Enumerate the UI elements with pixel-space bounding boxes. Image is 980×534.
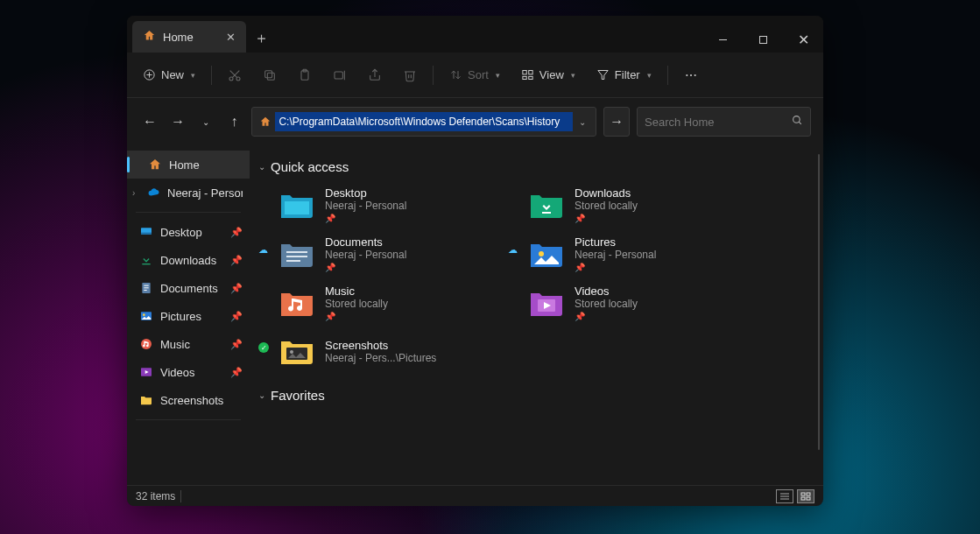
sidebar-item-onedrive[interactable]: › Neeraj - Persona: [127, 179, 250, 207]
filter-button[interactable]: Filter▾: [588, 60, 660, 90]
address-history-dropdown[interactable]: ⌄: [573, 117, 592, 127]
svg-rect-34: [144, 285, 148, 286]
svg-rect-56: [807, 493, 810, 495]
svg-rect-43: [542, 212, 551, 214]
chevron-down-icon: ⌄: [258, 390, 265, 400]
quick-access-grid: DesktopNeeraj - Personal📌 DownloadsStore…: [274, 183, 816, 325]
sidebar-item-documents[interactable]: Documents 📌: [127, 274, 250, 302]
sidebar-item-screenshots[interactable]: Screenshots: [127, 386, 250, 414]
tab-home[interactable]: Home ✕: [132, 21, 246, 53]
back-button[interactable]: ←: [139, 109, 160, 134]
copy-button[interactable]: [254, 60, 286, 90]
status-bar: 32 items: [127, 485, 823, 506]
rename-button[interactable]: [324, 60, 356, 90]
documents-folder-icon: [278, 236, 316, 271]
svg-rect-10: [265, 70, 272, 77]
tile-downloads[interactable]: DownloadsStored locally📌: [524, 183, 756, 227]
sidebar-item-pictures[interactable]: Pictures 📌: [127, 302, 250, 330]
recent-dropdown[interactable]: ⌄: [195, 109, 216, 134]
synced-status-icon: ✓: [258, 342, 269, 353]
cloud-status-icon: ☁: [258, 244, 268, 256]
svg-point-39: [141, 339, 152, 349]
new-tab-button[interactable]: ＋: [246, 23, 276, 53]
sidebar-item-music[interactable]: Music 📌: [127, 330, 250, 358]
search-box[interactable]: [637, 107, 811, 137]
close-tab-icon[interactable]: ✕: [226, 31, 236, 44]
svg-point-26: [690, 74, 692, 75]
tile-videos[interactable]: VideosStored locally📌: [524, 281, 756, 325]
tiles-view-button[interactable]: [797, 489, 814, 503]
tile-desktop[interactable]: DesktopNeeraj - Personal📌: [274, 183, 506, 227]
sidebar-item-home[interactable]: Home: [127, 151, 250, 179]
file-explorer-window: Home ✕ ＋ ✕ New▾ Sort▾ View▾: [127, 16, 823, 506]
content-pane: ⌄ Quick access DesktopNeeraj - Personal📌…: [250, 145, 823, 485]
svg-rect-21: [529, 71, 532, 74]
svg-rect-32: [142, 263, 150, 264]
downloads-folder-icon: [527, 187, 566, 222]
tile-pictures[interactable]: ☁ PicturesNeeraj - Personal📌: [524, 232, 756, 276]
tile-screenshots[interactable]: ✓ ScreenshotsNeeraj - Pers...\Pictures: [274, 330, 506, 372]
body: Home › Neeraj - Persona Desktop 📌 Downlo…: [127, 145, 823, 485]
svg-rect-22: [523, 76, 526, 79]
delete-button[interactable]: [394, 60, 426, 90]
svg-rect-9: [267, 73, 274, 80]
pin-icon: 📌: [230, 283, 243, 294]
view-button[interactable]: View▾: [512, 60, 584, 90]
toolbar: New▾ Sort▾ View▾ Filter▾: [127, 53, 823, 98]
section-quick-access[interactable]: ⌄ Quick access: [258, 159, 816, 174]
go-button[interactable]: →: [603, 107, 630, 137]
section-favorites[interactable]: ⌄ Favorites: [258, 388, 816, 403]
tile-documents[interactable]: ☁ DocumentsNeeraj - Personal📌: [274, 232, 506, 276]
svg-rect-46: [286, 260, 300, 262]
minimize-button[interactable]: [702, 26, 743, 53]
svg-rect-55: [801, 493, 805, 495]
search-input[interactable]: [645, 116, 792, 129]
svg-rect-1: [759, 36, 766, 43]
scrollbar[interactable]: [818, 154, 820, 450]
pin-icon: 📌: [575, 263, 656, 272]
chevron-down-icon: ▾: [496, 71, 500, 80]
tab-title: Home: [163, 31, 194, 44]
maximize-button[interactable]: [743, 26, 783, 53]
sidebar-item-videos[interactable]: Videos 📌: [127, 358, 250, 386]
tabs-bar: Home ✕ ＋ ✕: [127, 16, 823, 53]
svg-rect-35: [144, 287, 148, 288]
pin-icon: 📌: [230, 367, 243, 378]
pin-icon: 📌: [325, 214, 406, 223]
svg-point-38: [143, 313, 145, 316]
close-window-button[interactable]: ✕: [783, 26, 823, 53]
pin-icon: 📌: [575, 312, 638, 321]
item-count: 32 items: [136, 490, 175, 502]
new-button[interactable]: New▾: [134, 60, 204, 90]
video-icon: [139, 365, 153, 379]
videos-folder-icon: [527, 285, 566, 320]
cut-button[interactable]: [219, 60, 250, 90]
sidebar-item-downloads[interactable]: Downloads 📌: [127, 246, 250, 274]
window-controls: ✕: [702, 26, 823, 53]
svg-rect-20: [523, 71, 526, 74]
paste-button[interactable]: [289, 60, 321, 90]
view-mode-buttons: [776, 489, 814, 503]
details-view-button[interactable]: [776, 489, 793, 503]
sidebar-item-desktop[interactable]: Desktop 📌: [127, 218, 250, 246]
share-button[interactable]: [359, 60, 391, 90]
pin-icon: 📌: [230, 227, 243, 238]
address-input[interactable]: [275, 112, 573, 131]
pin-icon: 📌: [325, 312, 388, 321]
screenshots-folder-icon: [278, 334, 316, 369]
more-button[interactable]: [675, 60, 707, 90]
pin-icon: 📌: [575, 214, 638, 223]
forward-button[interactable]: →: [167, 109, 188, 134]
svg-point-51: [290, 350, 293, 354]
expand-icon[interactable]: ›: [132, 188, 135, 198]
home-icon: [143, 29, 156, 45]
svg-rect-58: [807, 497, 810, 500]
address-bar[interactable]: ⌄: [251, 107, 596, 137]
nav-row: ← → ⌄ ↑ ⌄ →: [127, 98, 823, 145]
download-icon: [139, 253, 153, 267]
up-button[interactable]: ↑: [223, 109, 244, 134]
tile-music[interactable]: MusicStored locally📌: [274, 281, 506, 325]
desktop-icon: [139, 225, 153, 239]
sort-button[interactable]: Sort▾: [441, 60, 509, 90]
picture-icon: [139, 309, 153, 323]
